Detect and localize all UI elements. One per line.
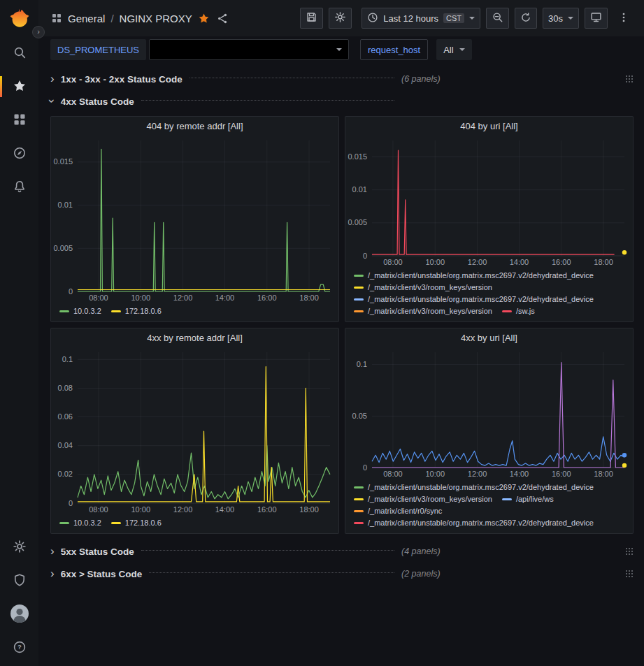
sidebar-item-server-admin[interactable]	[0, 564, 38, 598]
timeseries-chart[interactable]: 00.020.040.060.080.108:0010:0012:0014:00…	[51, 347, 338, 516]
share-icon[interactable]	[217, 13, 229, 24]
panel-legend: /_matrix/client/unstable/org.matrix.msc2…	[345, 268, 633, 321]
chevron-down-icon	[568, 17, 573, 20]
y-tick-label: 0.005	[348, 218, 367, 226]
chevron-right-icon: ›	[50, 73, 55, 85]
legend-item[interactable]: /_matrix/client/v3/room_keys/version	[354, 305, 492, 317]
x-tick-label: 14:00	[215, 294, 235, 302]
dashboard-canvas: › 1xx - 3xx - 2xx Status Code (6 panels)…	[38, 63, 644, 666]
variable-request-host-label[interactable]: request_host	[360, 39, 428, 60]
sidebar-item-explore[interactable]	[0, 137, 38, 171]
legend-item[interactable]: /_matrix/client/v3/room_keys/version	[354, 493, 492, 505]
panel-title[interactable]: 404 by uri [All]	[345, 117, 633, 136]
sidebar-item-help[interactable]: ?	[0, 631, 38, 665]
sidebar-item-starred[interactable]	[0, 70, 38, 103]
variable-request-host-select[interactable]: All	[436, 39, 471, 60]
variable-datasource-label[interactable]: DS_PROMETHEUS	[50, 39, 146, 60]
legend-item[interactable]: /_matrix/client/unstable/org.matrix.msc2…	[354, 294, 594, 305]
legend-swatch	[111, 310, 121, 312]
row-drag-handle[interactable]	[625, 570, 634, 578]
legend-item[interactable]: /sw.js	[502, 305, 535, 317]
sidebar-item-profile[interactable]	[0, 598, 38, 631]
timeseries-chart[interactable]: 00.050.108:0010:0012:0014:0016:0018:00	[345, 347, 633, 480]
refresh-button[interactable]	[515, 8, 537, 29]
save-dashboard-button[interactable]	[300, 8, 323, 29]
sidebar-item-alerting[interactable]	[0, 171, 38, 204]
row-6xx-status-code[interactable]: › 6xx > Status Code (2 panels)	[50, 563, 634, 584]
legend-item[interactable]: 172.18.0.6	[111, 305, 162, 317]
apps-grid-icon	[51, 13, 62, 24]
gear-icon	[334, 11, 346, 25]
dashboard-title[interactable]: NGINX PROXY	[120, 13, 192, 24]
legend-swatch	[354, 298, 364, 301]
timezone-badge: CST	[443, 13, 464, 23]
row-panel-count: (4 panels)	[401, 546, 441, 556]
sidebar-bottom-menu: ?	[0, 530, 38, 666]
x-tick-label: 18:00	[594, 258, 613, 266]
main-area: General / NGINX PROXY	[38, 0, 644, 666]
panel-title[interactable]: 4xx by uri [All]	[345, 328, 633, 347]
dashboard-settings-button[interactable]	[329, 8, 352, 29]
row-4xx-status-code[interactable]: › 4xx Status Code	[50, 91, 634, 112]
legend-label: 10.0.3.2	[73, 517, 101, 529]
x-tick-label: 14:00	[215, 505, 235, 514]
sidebar-item-search[interactable]	[0, 36, 38, 70]
legend-item[interactable]: /api/live/ws	[502, 493, 554, 505]
time-range-picker[interactable]: Last 12 hours CST	[362, 8, 480, 29]
sidebar-item-configuration[interactable]	[0, 530, 38, 564]
legend-swatch	[502, 498, 512, 500]
sidebar: ? ›	[0, 0, 38, 666]
legend-item[interactable]: 10.0.3.2	[59, 305, 101, 317]
series-point-marker	[622, 250, 627, 254]
x-tick-label: 08:00	[89, 505, 108, 514]
y-tick-label: 0.05	[352, 412, 367, 420]
legend-label: /_matrix/client/unstable/org.matrix.msc2…	[368, 517, 594, 529]
row-drag-handle[interactable]	[625, 75, 634, 83]
star-icon	[13, 79, 27, 95]
row-1xx-3xx-2xx-status-code[interactable]: › 1xx - 3xx - 2xx Status Code (6 panels)	[50, 68, 634, 89]
panel-title[interactable]: 4xx by remote addr [All]	[51, 328, 338, 347]
apps-grid-icon	[13, 113, 27, 129]
panel-4xx-by-uri: 4xx by uri [All] 00.050.108:0010:0012:00…	[345, 328, 634, 534]
row-dotted-leader	[189, 78, 394, 78]
favorite-star-icon[interactable]	[198, 13, 210, 24]
row-dotted-leader	[141, 100, 394, 101]
legend-item[interactable]: /_matrix/client/unstable/org.matrix.msc2…	[354, 270, 594, 282]
y-tick-label: 0	[363, 463, 367, 472]
row-header-group: › 6xx > Status Code	[50, 568, 394, 580]
sidebar-expand-button[interactable]: ›	[32, 26, 45, 38]
legend-item[interactable]: /_matrix/client/r0/sync	[354, 505, 442, 517]
legend-item[interactable]: /_matrix/client/unstable/org.matrix.msc2…	[354, 482, 594, 493]
legend-label: /_matrix/client/r0/sync	[368, 505, 442, 517]
series-line	[78, 367, 330, 502]
timeseries-chart[interactable]: 00.0050.010.01508:0010:0012:0014:0016:00…	[345, 136, 633, 268]
help-icon: ?	[13, 640, 27, 656]
row-header-group: › 5xx Status Code	[50, 546, 394, 558]
row-header-group: › 1xx - 3xx - 2xx Status Code	[50, 73, 394, 85]
timeseries-chart[interactable]: 00.0050.010.01508:0010:0012:0014:0016:00…	[51, 136, 338, 304]
more-options-button[interactable]	[613, 8, 634, 29]
breadcrumb-folder[interactable]: General	[68, 13, 105, 24]
chevron-down-icon	[336, 48, 342, 51]
row-drag-handle[interactable]	[625, 547, 634, 556]
x-tick-label: 10:00	[131, 505, 150, 514]
legend-item[interactable]: /_matrix/client/v3/room_keys/version	[354, 282, 492, 294]
monitor-icon	[590, 11, 602, 25]
legend-label: /_matrix/client/v3/room_keys/version	[368, 493, 492, 505]
refresh-interval-picker[interactable]: 30s	[543, 8, 579, 29]
panel-title[interactable]: 404 by remote addr [All]	[51, 117, 338, 136]
legend-item[interactable]: /_matrix/client/unstable/org.matrix.msc2…	[354, 517, 594, 529]
tv-mode-button[interactable]	[585, 8, 608, 29]
x-tick-label: 12:00	[468, 470, 487, 478]
y-tick-label: 0.01	[58, 201, 73, 209]
sidebar-item-dashboards[interactable]	[0, 103, 38, 137]
legend-item[interactable]: 10.0.3.2	[59, 517, 101, 529]
zoom-out-button[interactable]	[486, 8, 509, 29]
variables-submenu: DS_PROMETHEUS request_host All	[38, 36, 644, 63]
x-tick-label: 10:00	[425, 258, 445, 266]
chart-svg: 00.050.108:0010:0012:0014:0016:0018:00	[345, 347, 633, 480]
variable-datasource-select[interactable]	[149, 39, 349, 60]
row-5xx-status-code[interactable]: › 5xx Status Code (4 panels)	[50, 541, 634, 562]
legend-item[interactable]: 172.18.0.6	[111, 517, 162, 529]
y-tick-label: 0	[69, 287, 73, 296]
